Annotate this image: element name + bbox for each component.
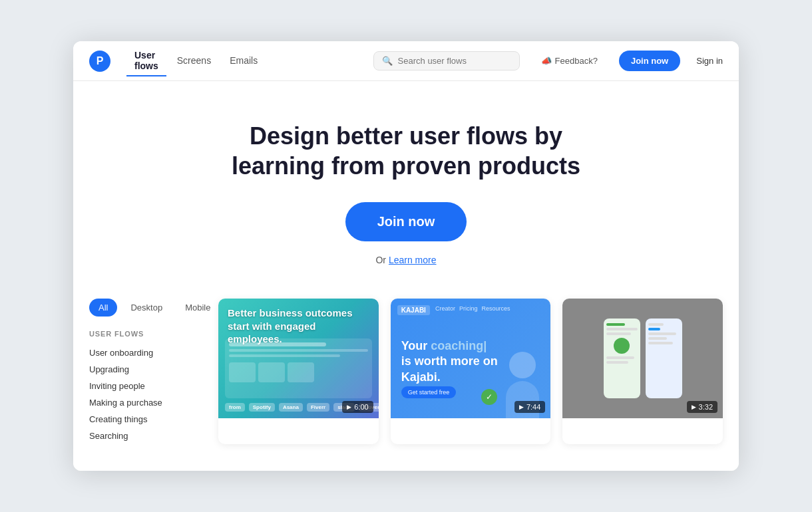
card-3[interactable]: ▶ 3:32	[562, 299, 723, 444]
cards-grid: Better business outcomes start with enga…	[218, 299, 723, 444]
filter-mobile[interactable]: Mobile	[176, 299, 220, 317]
logo-asana: Asana	[279, 403, 303, 412]
feedback-button[interactable]: 📣 Feedback?	[536, 56, 603, 66]
sidebar-section-label: USER FLOWS	[89, 330, 202, 338]
card-1[interactable]: Better business outcomes start with enga…	[218, 299, 379, 444]
filter-desktop[interactable]: Desktop	[121, 299, 172, 317]
sidebar-item-creating-things[interactable]: Creating things	[89, 411, 202, 428]
hero-section: Design better user flows by learning fro…	[73, 81, 739, 299]
navbar: P User flows Screens Emails 🔍 📣 Feedback…	[73, 41, 739, 81]
content-area: All Desktop Mobile USER FLOWS User onboa…	[73, 299, 739, 471]
hero-sub-text: Or Learn more	[89, 255, 723, 265]
mobile-screen-2	[646, 319, 682, 398]
search-input[interactable]	[398, 56, 511, 66]
join-now-button-hero[interactable]: Join now	[345, 202, 467, 241]
card-2-thumbnail: KAJABI Creator Pricing Resources Your co…	[391, 299, 551, 418]
hero-title: Design better user flows by learning fro…	[206, 121, 606, 181]
search-bar[interactable]: 🔍	[373, 51, 520, 70]
sidebar-item-user-onboarding[interactable]: User onboarding	[89, 344, 202, 361]
kajabi-logo: KAJABI	[397, 305, 430, 315]
card-2-cta: Get started free	[401, 386, 457, 398]
logo-from: from	[225, 403, 245, 412]
card-2-nav-links: Creator Pricing Resources	[435, 305, 510, 315]
card-3-duration: ▶ 3:32	[687, 401, 717, 413]
nav-screens[interactable]: Screens	[169, 51, 219, 71]
card-2-nav-3: Resources	[481, 305, 510, 315]
card-2-check-circle: ✓	[481, 389, 497, 405]
card-2-nav-1: Creator	[435, 305, 455, 315]
card-1-mock-ui	[225, 338, 372, 398]
nav-user-flows[interactable]: User flows	[126, 46, 166, 76]
search-icon: 🔍	[382, 56, 393, 66]
filter-tabs: All Desktop Mobile	[89, 299, 202, 317]
browser-window: P User flows Screens Emails 🔍 📣 Feedback…	[73, 41, 739, 471]
sidebar-item-making-a-purchase[interactable]: Making a purchase	[89, 394, 202, 411]
play-icon-1: ▶	[347, 404, 351, 410]
card-2-duration: ▶ 7:44	[514, 401, 545, 413]
play-icon-2: ▶	[519, 404, 524, 410]
play-icon-3: ▶	[692, 404, 696, 410]
logo-spotify: Spotify	[249, 403, 275, 412]
sidebar-item-inviting-people[interactable]: Inviting people	[89, 378, 202, 394]
logo-fiverr: Fiverr	[307, 403, 329, 412]
join-now-button-nav[interactable]: Join now	[619, 51, 680, 71]
card-2[interactable]: KAJABI Creator Pricing Resources Your co…	[391, 299, 551, 444]
card-3-mobile-screens	[562, 299, 723, 418]
sign-in-link[interactable]: Sign in	[696, 56, 723, 66]
sidebar: All Desktop Mobile USER FLOWS User onboa…	[89, 299, 202, 444]
learn-more-link[interactable]: Learn more	[389, 255, 437, 265]
card-2-header: KAJABI Creator Pricing Resources	[397, 305, 544, 315]
nav-links: User flows Screens Emails	[126, 46, 266, 76]
sidebar-item-upgrading[interactable]: Upgrading	[89, 361, 202, 378]
mobile-screen-1	[604, 319, 640, 398]
card-1-duration: ▶ 6:00	[342, 401, 373, 413]
card-3-thumbnail: ▶ 3:32	[562, 299, 723, 418]
card-1-thumbnail: Better business outcomes start with enga…	[218, 299, 379, 418]
sidebar-item-searching[interactable]: Searching	[89, 428, 202, 444]
feedback-icon: 📣	[541, 56, 552, 66]
filter-all[interactable]: All	[89, 299, 117, 317]
card-2-nav-2: Pricing	[459, 305, 478, 315]
logo-icon[interactable]: P	[89, 51, 110, 72]
nav-emails[interactable]: Emails	[222, 51, 266, 71]
